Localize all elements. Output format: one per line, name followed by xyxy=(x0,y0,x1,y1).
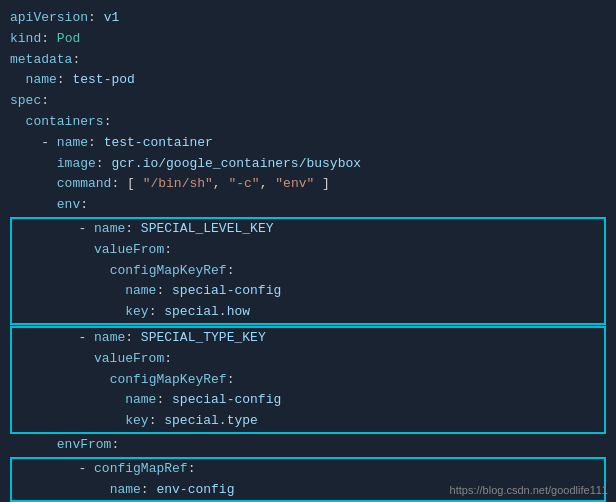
line-containers: containers: xyxy=(10,112,606,133)
env-block-2: - name: SPECIAL_TYPE_KEY valueFrom: conf… xyxy=(10,326,606,434)
line-apiversion: apiVersion: v1 xyxy=(10,8,606,29)
line-configmapkeyref-1: configMapKeyRef: xyxy=(16,261,600,282)
line-special-level-key: - name: SPECIAL_LEVEL_KEY xyxy=(16,219,600,240)
line-valuefrom-2: valueFrom: xyxy=(16,349,600,370)
line-key-1: key: special.how xyxy=(16,302,600,323)
line-name-testpod: name: test-pod xyxy=(10,70,606,91)
line-config-name-1: name: special-config xyxy=(16,281,600,302)
line-metadata: metadata: xyxy=(10,50,606,71)
line-spec: spec: xyxy=(10,91,606,112)
line-env: env: xyxy=(10,195,606,216)
env-block-1: - name: SPECIAL_LEVEL_KEY valueFrom: con… xyxy=(10,217,606,325)
line-special-type-key: - name: SPECIAL_TYPE_KEY xyxy=(16,328,600,349)
line-valuefrom-1: valueFrom: xyxy=(16,240,600,261)
line-kind: kind: Pod xyxy=(10,29,606,50)
code-block: apiVersion: v1 kind: Pod metadata: name:… xyxy=(0,0,616,502)
line-key-2: key: special.type xyxy=(16,411,600,432)
watermark: https://blog.csdn.net/goodlife111 xyxy=(450,484,608,496)
line-config-name-2: name: special-config xyxy=(16,390,600,411)
line-container-name: - name: test-container xyxy=(10,133,606,154)
line-image: image: gcr.io/google_containers/busybox xyxy=(10,154,606,175)
line-envfrom: envFrom: xyxy=(10,435,606,456)
line-configmapkeyref-2: configMapKeyRef: xyxy=(16,370,600,391)
line-configmapref: - configMapRef: xyxy=(16,459,600,480)
line-command: command: [ "/bin/sh", "-c", "env" ] xyxy=(10,174,606,195)
